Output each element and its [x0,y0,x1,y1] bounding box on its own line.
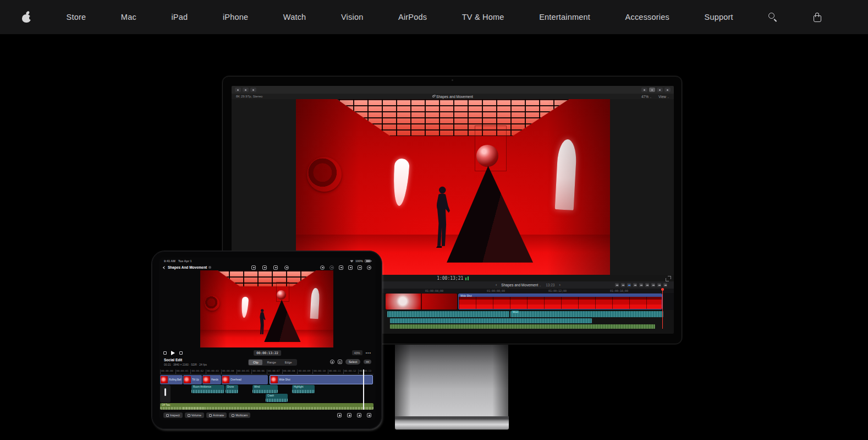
display-stand-foot [395,416,509,430]
ruler-tick: 00:00:05 [237,370,252,374]
timeline-project-meta: 00:21 · 3840 × 2160 · SDR · 24 fps [164,363,207,366]
ruler-tick: 00:00:06 [251,370,267,374]
inspect-icon [166,414,169,417]
play-icon [171,351,175,355]
viewer-zoom-level: 47% ⌄ [641,95,652,99]
fullscreen-icon [668,276,671,279]
audio-clip: Wind [252,385,278,393]
fcp-viewer [232,99,674,275]
animate-icon [209,414,212,417]
segment-edge: Edge [281,360,296,365]
skip-forward-icon [179,351,183,355]
ipad-video-track: Rolling Ball Tilt Up Hands Overhead Wide… [159,375,376,384]
nav-item-iphone[interactable]: iPhone [223,13,248,21]
nav-item-store[interactable]: Store [67,13,86,21]
audio-clip-label: Crash [266,394,288,397]
clip-thumbnail [271,376,278,383]
global-nav: Store Mac iPad iPhone Watch Vision AirPo… [0,0,868,34]
audio-clip [387,311,509,317]
audio-clip-label: Wind [512,311,519,313]
ipad-timeline-ruler: 00:00:00 00:00:01 00:00:02 00:00:03 00:0… [160,370,373,374]
viewer-timecode: 1:00:13;21 [437,276,463,281]
audio-clip: Drone [226,385,238,393]
ruler-tick: 00:00:00 [160,370,175,374]
audio-clip-label: Highlight [292,385,315,388]
bag-icon[interactable] [813,12,822,23]
import-media-icon [262,265,267,270]
timer-icon [284,265,289,270]
nav-item-vision[interactable]: Vision [341,13,363,21]
ruler-tick: 00:00:01 [175,370,191,374]
ipad-zoom-level: 43% [352,350,362,355]
redo-icon [329,265,334,270]
browser-view-icon [641,88,647,92]
timeline-view-icon [649,88,655,92]
multicam-icon [232,414,234,417]
audio-clip: Highlight [292,385,315,393]
audio-clip: Crash [266,394,288,402]
wifi-icon [350,260,354,263]
nav-item-airpods[interactable]: AirPods [398,13,427,21]
video-clip: Overhead [222,375,268,384]
ruler-tick: 00:00:04 [221,370,237,374]
video-clip: Wide Shot [270,375,373,384]
download-icon [243,88,249,92]
video-frame-red-room [200,270,333,347]
ipad-device: 9:41 AM Tue Apr 1 100% Shapes And Moveme… [151,251,382,430]
clip-label: Tilt Up [192,378,199,381]
nav-item-mac[interactable]: Mac [121,13,136,21]
waveform [226,390,238,393]
trim-end-icon [367,413,371,417]
volume-icon [188,414,190,417]
trash-icon [337,413,342,417]
scene-sphere [476,145,498,167]
share-icon [251,265,256,270]
timeline-playhead [662,289,663,329]
status-time: 9:41 AM [164,259,175,263]
back-chevron-icon [163,266,166,269]
video-clip-closeup [386,294,457,309]
ipad-playhead [363,370,364,410]
inspector-view-icon [657,88,663,92]
nav-item-accessories[interactable]: Accessories [625,13,669,21]
clip-thumbnails [459,297,662,309]
media-browser-icon [348,265,353,270]
ruler-tick: 00:00:10 [312,370,328,374]
nav-item-watch[interactable]: Watch [283,13,306,21]
fcp-infobar: 8K 29.97p, Stereo Shapes and Movement 47… [232,94,674,99]
scene-person [432,178,451,256]
ruler-tick: 00:00:07 [267,370,282,374]
ipad-status-bar: 9:41 AM Tue Apr 1 100% [159,258,376,264]
nav-item-ipad[interactable]: iPad [171,13,188,21]
video-frame-red-room [296,99,610,275]
video-clip-wide-shot: Wide Shot [458,294,662,309]
ipad-timecode: 00:00:13:22 [254,350,281,356]
video-clip: Tilt Up [183,375,202,384]
skip-back-icon [163,351,167,355]
tools-icon [645,283,649,287]
hide-browser-icon [367,265,371,270]
apple-logo-icon[interactable] [22,12,31,23]
overwrite-icon [639,283,643,287]
nav-item-support[interactable]: Support [705,13,733,21]
nav-item-entertainment[interactable]: Entertainment [539,13,590,21]
video-clip: Hands [202,375,221,384]
nav-item-tv-home[interactable]: TV & Home [462,13,504,21]
trim-start-icon [357,413,361,417]
ruler-tick: 00:00:09 [297,370,312,374]
audio-clip: Room Ambience [191,385,224,393]
search-icon[interactable] [768,12,778,22]
ruler-tick: 01:00:16;00 [610,289,628,292]
video-clip: Rolling Ball [160,375,183,384]
battery-icon [365,259,371,263]
audio-clip-label: Drone [226,385,238,388]
ruler-tick: 00:00:02 [190,370,206,374]
edit-mode-segmented-control: Clip Range Edge [248,359,297,366]
transitions-icon [663,283,667,287]
ipad-bottom-toolbar: Inspect Volume Animate Multicam [159,411,376,419]
animate-button: Animate [206,412,227,418]
status-date: Tue Apr 1 [178,259,192,263]
trim-icon [651,283,655,287]
overlay-icon [338,360,342,364]
project-badge-icon [208,266,211,269]
